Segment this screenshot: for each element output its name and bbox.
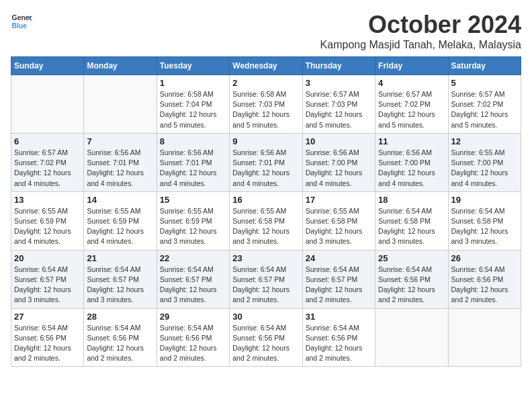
day-number: 21 — [87, 253, 153, 263]
day-number: 25 — [378, 253, 445, 263]
day-cell — [448, 308, 521, 367]
header-cell-tuesday: Tuesday — [157, 57, 229, 75]
day-number: 20 — [14, 253, 81, 263]
header-cell-friday: Friday — [375, 57, 448, 75]
header-cell-thursday: Thursday — [302, 57, 375, 75]
day-cell: 31Sunrise: 6:54 AM Sunset: 6:56 PM Dayli… — [302, 308, 375, 367]
day-info: Sunrise: 6:55 AM Sunset: 6:59 PM Dayligh… — [14, 206, 81, 247]
month-title: October 2024 — [320, 11, 521, 39]
day-number: 9 — [232, 136, 299, 146]
day-info: Sunrise: 6:54 AM Sunset: 6:56 PM Dayligh… — [451, 265, 518, 306]
logo-icon: General Blue — [11, 11, 32, 32]
day-number: 18 — [378, 195, 445, 205]
day-cell — [11, 75, 84, 134]
day-number: 29 — [160, 312, 226, 322]
day-cell: 19Sunrise: 6:54 AM Sunset: 6:58 PM Dayli… — [448, 191, 521, 250]
logo: General Blue — [11, 11, 32, 32]
day-info: Sunrise: 6:57 AM Sunset: 7:02 PM Dayligh… — [14, 148, 81, 189]
day-number: 4 — [378, 78, 445, 88]
day-info: Sunrise: 6:55 AM Sunset: 6:58 PM Dayligh… — [232, 206, 299, 247]
day-info: Sunrise: 6:55 AM Sunset: 6:58 PM Dayligh… — [306, 206, 372, 247]
day-number: 1 — [160, 78, 226, 88]
day-info: Sunrise: 6:54 AM Sunset: 6:58 PM Dayligh… — [451, 206, 518, 247]
day-number: 3 — [306, 78, 372, 88]
day-info: Sunrise: 6:56 AM Sunset: 7:01 PM Dayligh… — [87, 148, 153, 189]
day-cell: 4Sunrise: 6:57 AM Sunset: 7:02 PM Daylig… — [375, 75, 448, 134]
day-info: Sunrise: 6:56 AM Sunset: 7:01 PM Dayligh… — [160, 148, 226, 189]
day-info: Sunrise: 6:57 AM Sunset: 7:02 PM Dayligh… — [378, 89, 445, 130]
day-cell: 20Sunrise: 6:54 AM Sunset: 6:57 PM Dayli… — [11, 250, 84, 308]
day-number: 22 — [160, 253, 226, 263]
day-info: Sunrise: 6:58 AM Sunset: 7:04 PM Dayligh… — [160, 89, 226, 130]
header-cell-saturday: Saturday — [448, 57, 521, 75]
day-info: Sunrise: 6:54 AM Sunset: 6:57 PM Dayligh… — [14, 265, 81, 306]
day-info: Sunrise: 6:54 AM Sunset: 6:56 PM Dayligh… — [87, 323, 153, 364]
day-info: Sunrise: 6:54 AM Sunset: 6:57 PM Dayligh… — [160, 265, 226, 306]
week-row-5: 27Sunrise: 6:54 AM Sunset: 6:56 PM Dayli… — [11, 308, 521, 367]
calendar-header: SundayMondayTuesdayWednesdayThursdayFrid… — [11, 57, 521, 75]
day-info: Sunrise: 6:54 AM Sunset: 6:57 PM Dayligh… — [232, 265, 299, 306]
day-info: Sunrise: 6:54 AM Sunset: 6:56 PM Dayligh… — [378, 265, 445, 306]
day-cell: 9Sunrise: 6:56 AM Sunset: 7:01 PM Daylig… — [230, 133, 302, 191]
day-number: 19 — [451, 195, 518, 205]
day-info: Sunrise: 6:55 AM Sunset: 7:00 PM Dayligh… — [451, 148, 518, 189]
day-number: 14 — [87, 195, 153, 205]
week-row-2: 6Sunrise: 6:57 AM Sunset: 7:02 PM Daylig… — [11, 133, 521, 191]
day-cell: 11Sunrise: 6:56 AM Sunset: 7:00 PM Dayli… — [375, 133, 448, 191]
day-number: 2 — [232, 78, 299, 88]
calendar-table: SundayMondayTuesdayWednesdayThursdayFrid… — [11, 56, 521, 367]
day-cell: 17Sunrise: 6:55 AM Sunset: 6:58 PM Dayli… — [302, 191, 375, 250]
day-info: Sunrise: 6:54 AM Sunset: 6:56 PM Dayligh… — [14, 323, 81, 364]
day-info: Sunrise: 6:54 AM Sunset: 6:56 PM Dayligh… — [160, 323, 226, 364]
day-cell: 21Sunrise: 6:54 AM Sunset: 6:57 PM Dayli… — [84, 250, 157, 308]
day-info: Sunrise: 6:55 AM Sunset: 6:59 PM Dayligh… — [160, 206, 226, 247]
week-row-1: 1Sunrise: 6:58 AM Sunset: 7:04 PM Daylig… — [11, 75, 521, 134]
day-number: 26 — [451, 253, 518, 263]
day-info: Sunrise: 6:58 AM Sunset: 7:03 PM Dayligh… — [232, 89, 299, 130]
day-number: 7 — [87, 136, 153, 146]
day-info: Sunrise: 6:56 AM Sunset: 7:00 PM Dayligh… — [378, 148, 445, 189]
day-cell — [84, 75, 157, 134]
day-cell: 29Sunrise: 6:54 AM Sunset: 6:56 PM Dayli… — [157, 308, 229, 367]
day-number: 31 — [306, 312, 372, 322]
day-cell: 22Sunrise: 6:54 AM Sunset: 6:57 PM Dayli… — [157, 250, 229, 308]
day-number: 5 — [451, 78, 518, 88]
day-info: Sunrise: 6:54 AM Sunset: 6:56 PM Dayligh… — [306, 323, 372, 364]
day-cell: 2Sunrise: 6:58 AM Sunset: 7:03 PM Daylig… — [230, 75, 302, 134]
day-info: Sunrise: 6:57 AM Sunset: 7:02 PM Dayligh… — [451, 89, 518, 130]
day-number: 12 — [451, 136, 518, 146]
day-cell: 23Sunrise: 6:54 AM Sunset: 6:57 PM Dayli… — [230, 250, 302, 308]
day-cell: 7Sunrise: 6:56 AM Sunset: 7:01 PM Daylig… — [84, 133, 157, 191]
day-info: Sunrise: 6:55 AM Sunset: 6:59 PM Dayligh… — [87, 206, 153, 247]
day-number: 15 — [160, 195, 226, 205]
day-info: Sunrise: 6:54 AM Sunset: 6:57 PM Dayligh… — [87, 265, 153, 306]
day-number: 24 — [306, 253, 372, 263]
day-number: 8 — [160, 136, 226, 146]
location-title: Kampong Masjid Tanah, Melaka, Malaysia — [320, 39, 521, 51]
header-cell-monday: Monday — [84, 57, 157, 75]
day-number: 30 — [232, 312, 299, 322]
day-info: Sunrise: 6:57 AM Sunset: 7:03 PM Dayligh… — [306, 89, 372, 130]
day-cell: 1Sunrise: 6:58 AM Sunset: 7:04 PM Daylig… — [157, 75, 229, 134]
day-cell: 27Sunrise: 6:54 AM Sunset: 6:56 PM Dayli… — [11, 308, 84, 367]
day-cell: 26Sunrise: 6:54 AM Sunset: 6:56 PM Dayli… — [448, 250, 521, 308]
day-cell: 16Sunrise: 6:55 AM Sunset: 6:58 PM Dayli… — [230, 191, 302, 250]
week-row-4: 20Sunrise: 6:54 AM Sunset: 6:57 PM Dayli… — [11, 250, 521, 308]
day-info: Sunrise: 6:54 AM Sunset: 6:57 PM Dayligh… — [306, 265, 372, 306]
day-cell: 15Sunrise: 6:55 AM Sunset: 6:59 PM Dayli… — [157, 191, 229, 250]
day-info: Sunrise: 6:54 AM Sunset: 6:58 PM Dayligh… — [378, 206, 445, 247]
svg-text:Blue: Blue — [12, 22, 28, 30]
day-number: 10 — [306, 136, 372, 146]
day-cell: 8Sunrise: 6:56 AM Sunset: 7:01 PM Daylig… — [157, 133, 229, 191]
header-cell-wednesday: Wednesday — [230, 57, 302, 75]
day-number: 28 — [87, 312, 153, 322]
day-cell: 18Sunrise: 6:54 AM Sunset: 6:58 PM Dayli… — [375, 191, 448, 250]
day-info: Sunrise: 6:56 AM Sunset: 7:00 PM Dayligh… — [306, 148, 372, 189]
week-row-3: 13Sunrise: 6:55 AM Sunset: 6:59 PM Dayli… — [11, 191, 521, 250]
day-cell: 6Sunrise: 6:57 AM Sunset: 7:02 PM Daylig… — [11, 133, 84, 191]
day-cell: 3Sunrise: 6:57 AM Sunset: 7:03 PM Daylig… — [302, 75, 375, 134]
day-number: 11 — [378, 136, 445, 146]
day-cell: 25Sunrise: 6:54 AM Sunset: 6:56 PM Dayli… — [375, 250, 448, 308]
day-number: 23 — [232, 253, 299, 263]
header-row: SundayMondayTuesdayWednesdayThursdayFrid… — [11, 57, 521, 75]
